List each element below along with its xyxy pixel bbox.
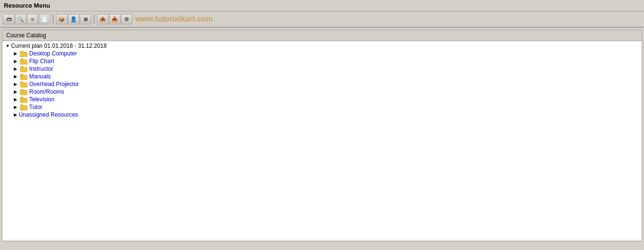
export-icon[interactable]: 📤: [97, 14, 109, 24]
folder-icon-flip-chart: [20, 58, 28, 65]
section-header-label: Course Catalog: [6, 32, 46, 39]
main-content: Course Catalog Current plan 01.01.2018 -…: [2, 30, 642, 241]
desktop-computer-toggle[interactable]: [12, 50, 19, 57]
document-icon[interactable]: 📄: [39, 14, 50, 24]
list-icon[interactable]: ≡: [27, 14, 38, 24]
overhead-projector-label: Overhead Projector: [29, 81, 79, 87]
folder-icon-manuals: [20, 73, 28, 80]
window-title: Resource Menu: [4, 2, 50, 9]
tree-item-room-rooms[interactable]: Room/Rooms: [2, 88, 642, 96]
tutor-label: Tutor: [29, 104, 43, 110]
open-icon[interactable]: 🗃: [3, 14, 14, 24]
unassigned-resources-toggle[interactable]: [12, 111, 19, 118]
root-item-label: Current plan 01.01.2018 - 31.12.2018: [11, 43, 107, 49]
desktop-computer-label: Desktop Computer: [29, 50, 77, 57]
svg-rect-8: [20, 83, 27, 87]
svg-rect-7: [20, 74, 23, 76]
user-icon[interactable]: 👤: [68, 14, 79, 24]
separator-2: [94, 14, 95, 24]
folder-icon-room-rooms: [20, 88, 28, 95]
watermark: www.tutorialkart.com: [135, 15, 213, 23]
television-toggle[interactable]: [12, 96, 19, 103]
instructor-toggle[interactable]: [12, 65, 19, 72]
svg-rect-6: [20, 75, 27, 80]
svg-rect-14: [20, 106, 27, 110]
tree-item-overhead-projector[interactable]: Overhead Projector: [2, 80, 642, 88]
folder-icon-overhead-projector: [20, 81, 28, 87]
tree-item-instructor[interactable]: Instructor: [2, 65, 642, 73]
separator-1: [53, 14, 54, 24]
tree-item-television[interactable]: Television: [2, 96, 642, 103]
svg-rect-10: [20, 90, 27, 95]
package-icon[interactable]: 📦: [56, 14, 67, 24]
svg-rect-3: [20, 59, 23, 60]
find-icon[interactable]: 🔍: [15, 14, 26, 24]
folder-icon-desktop-computer: [20, 50, 28, 57]
room-rooms-toggle[interactable]: [12, 88, 19, 95]
title-bar: Resource Menu: [0, 0, 644, 11]
flip-chart-label: Flip Chart: [29, 58, 54, 65]
import-icon[interactable]: 📥: [109, 14, 120, 24]
folder-icon-instructor: [20, 65, 28, 72]
svg-rect-2: [20, 60, 27, 65]
unassigned-resources-label: Unassigned Resources: [19, 111, 78, 118]
toolbar-group-3: 📤 📥 ⚙: [97, 14, 132, 24]
overhead-projector-toggle[interactable]: [12, 81, 19, 87]
toolbar: 🗃 🔍 ≡ 📄 📦 👤 ⊞ 📤 📥 ⚙: [0, 11, 644, 28]
room-rooms-label: Room/Rooms: [29, 88, 64, 95]
svg-rect-12: [20, 98, 27, 103]
folder-icon-tutor: [20, 104, 28, 110]
tree-item-manuals[interactable]: Manuals: [2, 73, 642, 80]
folder-icon-television: [20, 96, 28, 103]
svg-rect-11: [20, 89, 23, 91]
svg-rect-4: [20, 67, 27, 72]
tutor-toggle[interactable]: [12, 104, 19, 110]
tree-item-flip-chart[interactable]: Flip Chart: [2, 57, 642, 65]
tree-item-tutor[interactable]: Tutor: [2, 103, 642, 111]
svg-rect-15: [20, 105, 23, 106]
tree-area[interactable]: Current plan 01.01.2018 - 31.12.2018 Des…: [2, 41, 642, 239]
instructor-label: Instructor: [29, 65, 53, 72]
svg-rect-1: [20, 51, 23, 53]
svg-rect-0: [20, 52, 27, 57]
svg-rect-5: [20, 66, 23, 68]
toolbar-group-2: 📦 👤 ⊞: [56, 14, 91, 24]
svg-rect-9: [20, 82, 23, 83]
settings-icon[interactable]: ⚙: [121, 14, 132, 24]
tree-item-desktop-computer[interactable]: Desktop Computer: [2, 50, 642, 57]
tree-item-unassigned-resources[interactable]: Unassigned Resources: [2, 111, 642, 119]
flip-chart-toggle[interactable]: [12, 58, 19, 65]
toolbar-group-1: 🗃 🔍 ≡ 📄: [3, 14, 50, 24]
section-header: Course Catalog: [2, 30, 642, 41]
television-label: Television: [29, 96, 55, 103]
manuals-toggle[interactable]: [12, 73, 19, 80]
manuals-label: Manuals: [29, 73, 51, 80]
root-toggle-arrow[interactable]: [4, 43, 11, 49]
table-icon[interactable]: ⊞: [80, 14, 91, 24]
tree-root-item[interactable]: Current plan 01.01.2018 - 31.12.2018: [2, 42, 642, 50]
svg-rect-13: [20, 97, 23, 98]
